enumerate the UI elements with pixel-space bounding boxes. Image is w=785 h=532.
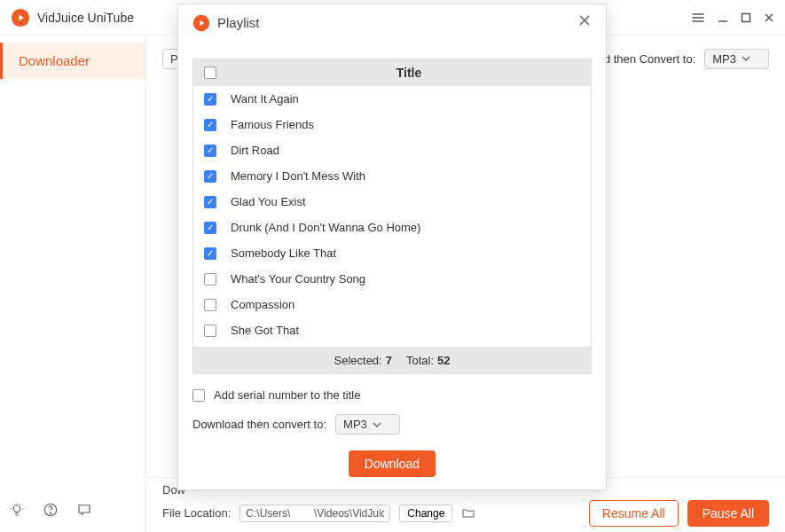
playlist-row[interactable]: Want It Again xyxy=(193,86,591,112)
menu-icon[interactable] xyxy=(691,11,705,25)
change-button[interactable]: Change xyxy=(399,505,452,522)
modal-lower: Add serial number to the title Download … xyxy=(178,374,606,489)
convert-format-select[interactable]: MP3 xyxy=(704,49,769,69)
row-title: Memory I Don't Mess With xyxy=(227,169,591,183)
modal-convert-row: Download then convert to: MP3 xyxy=(192,414,592,434)
svg-point-4 xyxy=(50,512,51,513)
selected-count: 7 xyxy=(386,354,392,367)
total-count: 52 xyxy=(437,354,450,367)
playlist-row[interactable]: Memory I Don't Mess With xyxy=(193,163,591,189)
select-all-checkbox[interactable] xyxy=(204,66,216,79)
playlist-row[interactable]: Compassion xyxy=(193,292,591,317)
row-checkbox[interactable] xyxy=(204,222,216,234)
playlist-modal: Playlist Title Want It AgainFamous Frien… xyxy=(177,4,607,490)
svg-rect-1 xyxy=(742,13,750,21)
row-title: What's Your Country Song xyxy=(227,272,591,286)
total-label: Total: xyxy=(406,354,434,367)
row-title: Dirt Road xyxy=(227,144,591,157)
serial-row: Add serial number to the title xyxy=(192,388,592,402)
modal-logo-icon xyxy=(192,14,210,32)
modal-convert-label: Download then convert to: xyxy=(192,418,326,431)
close-icon[interactable] xyxy=(764,12,774,23)
playlist-row[interactable]: Glad You Exist xyxy=(193,189,591,215)
playlist-body[interactable]: Want It AgainFamous FriendsDirt RoadMemo… xyxy=(193,86,591,347)
row-title: Drunk (And I Don't Wanna Go Home) xyxy=(227,221,591,234)
selected-label: Selected: xyxy=(334,354,382,367)
playlist-row[interactable]: Drunk (And I Don't Wanna Go Home) xyxy=(193,215,591,240)
chevron-down-icon xyxy=(373,420,381,429)
download-button[interactable]: Download xyxy=(349,450,436,477)
resume-all-button[interactable]: Resume All xyxy=(589,500,679,527)
help-icon[interactable] xyxy=(43,502,59,518)
row-title: She Got That xyxy=(227,324,591,337)
open-folder-icon[interactable] xyxy=(461,506,475,520)
minimize-icon[interactable] xyxy=(718,12,728,23)
title-column-header: Title xyxy=(227,66,591,80)
row-checkbox[interactable] xyxy=(204,247,216,260)
row-checkbox[interactable] xyxy=(204,170,216,183)
chevron-down-icon xyxy=(742,54,750,63)
svg-point-2 xyxy=(13,505,20,512)
maximize-icon[interactable] xyxy=(741,12,751,23)
row-checkbox[interactable] xyxy=(204,93,216,106)
sidebar-footer-icons xyxy=(0,488,145,532)
row-checkbox[interactable] xyxy=(204,325,216,337)
file-location-input[interactable] xyxy=(239,505,390,522)
bottom-row-2: File Location: Change Resume All Pause A… xyxy=(162,500,769,527)
modal-format-value: MP3 xyxy=(343,418,367,431)
row-title: Somebody Like That xyxy=(227,246,591,260)
playlist-row[interactable]: She Got That xyxy=(193,317,591,343)
row-checkbox[interactable] xyxy=(204,119,216,131)
row-title: Want It Again xyxy=(227,92,591,106)
row-checkbox[interactable] xyxy=(204,196,216,208)
modal-header: Playlist xyxy=(178,4,606,37)
convert-format-value: MP3 xyxy=(712,52,736,66)
serial-label: Add serial number to the title xyxy=(214,388,360,402)
app-logo-icon xyxy=(11,8,30,27)
row-title: Compassion xyxy=(227,298,591,311)
window-controls xyxy=(691,11,774,25)
playlist-header-row: Title xyxy=(193,59,591,86)
modal-title: Playlist xyxy=(217,15,577,30)
pause-all-button[interactable]: Pause All xyxy=(687,500,769,527)
row-title: Famous Friends xyxy=(227,118,591,131)
playlist-row[interactable]: Somebody Like That xyxy=(193,240,591,266)
modal-format-select[interactable]: MP3 xyxy=(335,414,400,434)
playlist-footer: Selected: 7 Total: 52 xyxy=(193,347,591,373)
file-location-label: File Location: xyxy=(162,506,231,520)
row-checkbox[interactable] xyxy=(204,145,216,157)
sidebar-item-downloader[interactable]: Downloader xyxy=(0,43,145,79)
lightbulb-icon[interactable] xyxy=(9,502,25,518)
chat-icon[interactable] xyxy=(76,502,92,518)
playlist-table: Title Want It AgainFamous FriendsDirt Ro… xyxy=(192,59,592,374)
row-title: Glad You Exist xyxy=(227,195,591,208)
playlist-row[interactable]: Dirt Road xyxy=(193,137,591,163)
row-checkbox[interactable] xyxy=(204,273,216,286)
close-icon[interactable] xyxy=(577,13,592,32)
serial-checkbox[interactable] xyxy=(192,389,205,402)
row-checkbox[interactable] xyxy=(204,299,216,311)
playlist-row[interactable]: Famous Friends xyxy=(193,112,591,137)
playlist-row[interactable]: What's Your Country Song xyxy=(193,266,591,292)
sidebar: Downloader xyxy=(0,35,146,532)
